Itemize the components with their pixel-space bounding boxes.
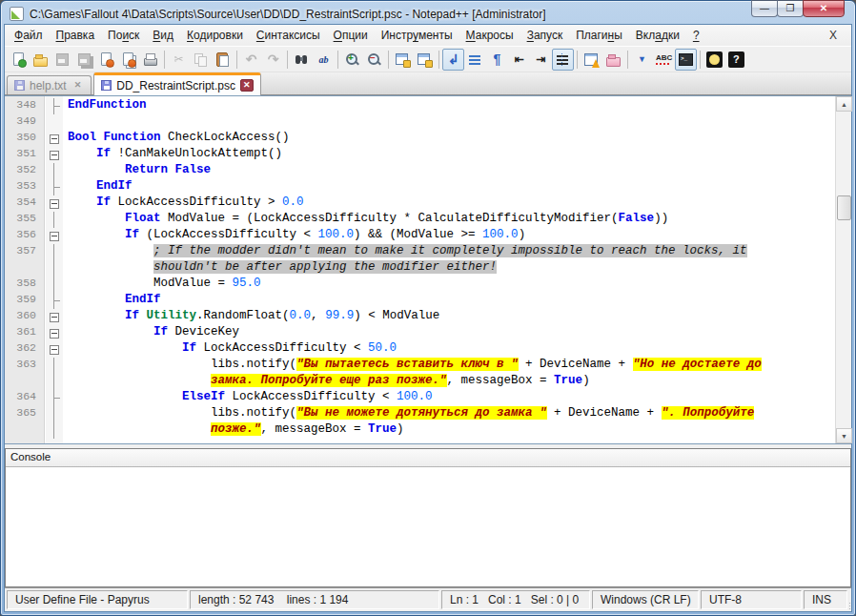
- code-text[interactable]: Float ModValue = (LockAccessDifficulty *…: [63, 212, 835, 228]
- code-text[interactable]: libs.notify("Вы пытаетесь вставить ключ …: [63, 358, 835, 374]
- menu-item-правка[interactable]: Правка: [50, 26, 102, 45]
- fold-toggle-icon[interactable]: [46, 228, 63, 244]
- menu-item-синтаксисы[interactable]: Синтаксисы: [250, 26, 327, 45]
- fold-toggle-icon[interactable]: [46, 147, 63, 163]
- menu-item-плагины[interactable]: Плагины: [569, 26, 629, 45]
- zoom-in-button[interactable]: +: [341, 49, 363, 71]
- new-file-button[interactable]: [8, 49, 30, 71]
- close-document-x[interactable]: X: [818, 27, 848, 44]
- menu-item-поиск[interactable]: Поиск: [101, 26, 146, 45]
- code-text[interactable]: [63, 114, 835, 131]
- code-text[interactable]: ModValue = 95.0: [63, 277, 835, 293]
- line-number: 365: [5, 406, 46, 422]
- close-all-button[interactable]: [117, 49, 139, 71]
- paragraph-mark-button[interactable]: ¶: [486, 49, 508, 71]
- vertical-scrollbar[interactable]: ▲ ▼: [835, 96, 851, 443]
- save-all-button[interactable]: [73, 49, 95, 71]
- replace-button[interactable]: ab: [313, 49, 335, 71]
- fold-mark: [46, 212, 63, 228]
- open-file-button[interactable]: [30, 49, 51, 71]
- code-line-357: 357 ; If the modder didn't mean to make …: [5, 244, 835, 260]
- tab-help.txt[interactable]: help.txt✕: [7, 75, 92, 94]
- copy-icon: [193, 51, 209, 68]
- close-file-button[interactable]: [95, 49, 117, 71]
- menu-item-кодировки[interactable]: Кодировки: [180, 26, 250, 45]
- code-text[interactable]: If LockAccessDifficulty > 0.0: [63, 195, 835, 212]
- code-text[interactable]: позже.", messageBox = True): [63, 422, 835, 439]
- scrollbar-thumb[interactable]: [837, 195, 851, 220]
- line-number: 355: [5, 212, 46, 228]
- code-text[interactable]: shouldn't be after applying the modifier…: [63, 260, 835, 277]
- code-pane[interactable]: 348EndFunction349350Bool Function CheckL…: [5, 96, 835, 443]
- minimize-button[interactable]: —: [751, 0, 778, 17]
- tab-close-icon[interactable]: ✕: [71, 79, 85, 92]
- code-text[interactable]: If !CanMakeUnlockAttempt(): [63, 147, 835, 163]
- indent-guide-button[interactable]: [552, 49, 574, 71]
- resize-grip[interactable]: [849, 595, 850, 609]
- zoom-out-button[interactable]: −: [363, 49, 385, 71]
- spell-check-button[interactable]: [653, 49, 675, 71]
- close-button[interactable]: ✕: [803, 0, 845, 17]
- plugin-vaultboy-button[interactable]: [703, 49, 725, 71]
- code-text[interactable]: libs.notify("Вы не можете дотянуться до …: [63, 406, 835, 422]
- fold-toggle-icon[interactable]: [46, 309, 63, 325]
- maximize-button[interactable]: ❐: [777, 0, 804, 17]
- save-button[interactable]: [51, 49, 73, 71]
- find-button[interactable]: [291, 49, 313, 71]
- tab-label: DD_RestraintScript.psc: [116, 79, 235, 92]
- undo-button[interactable]: ↶: [240, 49, 262, 71]
- sync-scroll-horizontal-button[interactable]: [414, 49, 436, 71]
- cut-button[interactable]: ✂: [168, 49, 190, 71]
- menu-item-?[interactable]: ?: [686, 26, 706, 45]
- menu-item-вид[interactable]: Вид: [146, 26, 180, 45]
- line-number: 352: [5, 163, 46, 179]
- code-text[interactable]: Bool Function CheckLockAccess(): [63, 131, 835, 147]
- code-text[interactable]: Return False: [63, 163, 835, 179]
- show-all-chars-button[interactable]: [464, 49, 486, 71]
- redo-button[interactable]: ↷: [262, 49, 284, 71]
- function-list-button[interactable]: [581, 49, 602, 71]
- status-eol-format: Windows (CR LF): [592, 590, 699, 609]
- menu-item-макросы[interactable]: Макросы: [459, 26, 520, 45]
- indent-decrease-button[interactable]: ⇤: [508, 49, 530, 71]
- plugin-help-button[interactable]: [725, 49, 747, 71]
- toolbar-separator: [627, 51, 628, 69]
- code-line-350: 350Bool Function CheckLockAccess(): [5, 131, 835, 147]
- copy-button[interactable]: [190, 49, 212, 71]
- code-text[interactable]: ; If the modder didn't mean to make it c…: [63, 244, 835, 260]
- code-text[interactable]: EndIf: [63, 179, 835, 195]
- sync-scroll-vertical-button[interactable]: [392, 49, 414, 71]
- word-wrap-button[interactable]: ↲: [442, 49, 464, 71]
- dropdown-menu-button[interactable]: ▼: [631, 49, 653, 71]
- code-line-362: 362 If LockAccessDifficulty < 50.0: [5, 341, 835, 358]
- doc-switcher-button[interactable]: [602, 49, 624, 71]
- code-text[interactable]: EndFunction: [63, 98, 835, 114]
- code-text[interactable]: замка. Попробуйте еще раз позже.", messa…: [63, 374, 835, 390]
- code-text[interactable]: EndIf: [63, 293, 835, 309]
- code-text[interactable]: If Utility.RandomFloat(0.0, 99.9) < ModV…: [63, 309, 835, 325]
- tab-DD_RestraintScript.psc[interactable]: DD_RestraintScript.psc✕: [93, 72, 260, 95]
- scroll-down-arrow[interactable]: ▼: [836, 428, 852, 443]
- fold-toggle-icon[interactable]: [46, 195, 63, 212]
- fold-toggle-icon[interactable]: [46, 131, 63, 147]
- paste-button[interactable]: [212, 49, 234, 71]
- code-text[interactable]: If LockAccessDifficulty < 50.0: [63, 341, 835, 358]
- code-text[interactable]: If (LockAccessDifficulty < 100.0) && (Mo…: [63, 228, 835, 244]
- code-line-356: 356 If (LockAccessDifficulty < 100.0) &&…: [5, 228, 835, 244]
- code-text[interactable]: ElseIf LockAccessDifficulty < 100.0: [63, 390, 835, 406]
- menu-item-инструменты[interactable]: Инструменты: [375, 26, 459, 45]
- console-toggle-button[interactable]: [675, 49, 697, 71]
- scroll-up-arrow[interactable]: ▲: [836, 96, 852, 112]
- code-line-353: 353 EndIf: [5, 179, 835, 195]
- fold-toggle-icon[interactable]: [46, 341, 63, 358]
- menu-item-опции[interactable]: Опции: [327, 26, 375, 45]
- indent-increase-button[interactable]: ⇥: [530, 49, 552, 71]
- fold-toggle-icon[interactable]: [46, 325, 63, 341]
- menu-item-файл[interactable]: Файл: [8, 26, 50, 45]
- menu-item-вкладки[interactable]: Вкладки: [629, 26, 686, 45]
- console-output[interactable]: [6, 467, 850, 586]
- tab-close-icon[interactable]: ✕: [240, 79, 254, 92]
- menu-item-запуск[interactable]: Запуск: [520, 26, 570, 45]
- print-button[interactable]: [139, 49, 161, 71]
- code-text[interactable]: If DeviceKey: [63, 325, 835, 341]
